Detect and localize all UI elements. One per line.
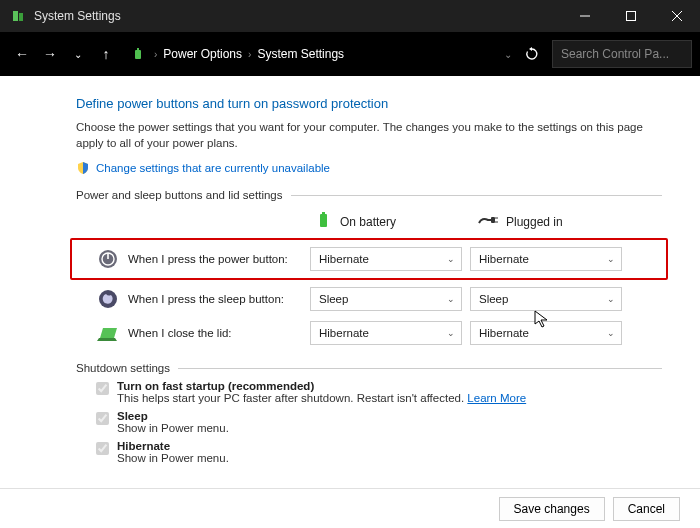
chevron-right-icon: › xyxy=(154,49,157,60)
up-button[interactable]: ↑ xyxy=(92,40,120,68)
window-title: System Settings xyxy=(34,9,562,23)
breadcrumb[interactable]: › Power Options › System Settings ⌄ xyxy=(130,45,512,63)
svg-rect-1 xyxy=(19,13,23,21)
fast-startup-checkbox xyxy=(96,382,109,395)
breadcrumb-seg-1[interactable]: Power Options xyxy=(163,47,242,61)
maximize-button[interactable] xyxy=(608,0,654,32)
hibernate-checkbox xyxy=(96,442,109,455)
power-button-plugged-select[interactable]: Hibernate⌄ xyxy=(470,247,622,271)
sleep-button-battery-select[interactable]: Sleep⌄ xyxy=(310,287,462,311)
chevron-down-icon: ⌄ xyxy=(447,328,455,338)
battery-icon xyxy=(316,211,332,232)
app-icon xyxy=(10,8,26,24)
chevron-down-icon: ⌄ xyxy=(447,254,455,264)
page-description: Choose the power settings that you want … xyxy=(76,119,662,151)
svg-rect-10 xyxy=(491,217,495,223)
sleep-button-icon xyxy=(96,289,120,309)
row-power-button: When I press the power button: Hibernate… xyxy=(70,238,668,280)
lid-battery-select[interactable]: Hibernate⌄ xyxy=(310,321,462,345)
titlebar: System Settings xyxy=(0,0,700,32)
row-sleep-button: When I press the sleep button: Sleep⌄ Sl… xyxy=(76,284,662,314)
recent-dropdown[interactable]: ⌄ xyxy=(64,40,92,68)
chevron-down-icon: ⌄ xyxy=(607,294,615,304)
change-settings-link[interactable]: Change settings that are currently unava… xyxy=(96,162,330,174)
page-heading: Define power buttons and turn on passwor… xyxy=(76,96,662,111)
sleep-checkbox xyxy=(96,412,109,425)
chevron-down-icon[interactable]: ⌄ xyxy=(504,49,512,60)
forward-button[interactable]: → xyxy=(36,40,64,68)
refresh-button[interactable] xyxy=(518,40,546,68)
shield-icon xyxy=(76,161,90,175)
svg-rect-0 xyxy=(13,11,18,21)
toolbar: ← → ⌄ ↑ › Power Options › System Setting… xyxy=(0,32,700,76)
minimize-button[interactable] xyxy=(562,0,608,32)
power-button-battery-select[interactable]: Hibernate⌄ xyxy=(310,247,462,271)
lid-icon xyxy=(96,323,120,343)
learn-more-link[interactable]: Learn More xyxy=(467,392,526,404)
col-battery: On battery xyxy=(316,211,476,232)
battery-icon xyxy=(130,45,148,63)
sleep-item: Sleep Show in Power menu. xyxy=(96,410,662,434)
svg-rect-6 xyxy=(135,50,141,59)
hibernate-item: Hibernate Show in Power menu. xyxy=(96,440,662,464)
search-input[interactable]: Search Control Pa... xyxy=(552,40,692,68)
sleep-button-plugged-select[interactable]: Sleep⌄ xyxy=(470,287,622,311)
footer: Save changes Cancel xyxy=(0,488,700,528)
svg-rect-8 xyxy=(320,214,327,227)
breadcrumb-seg-2[interactable]: System Settings xyxy=(257,47,344,61)
col-plugged: Plugged in xyxy=(476,211,636,232)
chevron-right-icon: › xyxy=(248,49,251,60)
svg-rect-3 xyxy=(627,12,636,21)
chevron-down-icon: ⌄ xyxy=(447,294,455,304)
svg-rect-7 xyxy=(137,48,139,50)
cancel-button[interactable]: Cancel xyxy=(613,497,680,521)
fast-startup-item: Turn on fast startup (recommended) This … xyxy=(96,380,662,404)
chevron-down-icon: ⌄ xyxy=(607,328,615,338)
save-button[interactable]: Save changes xyxy=(499,497,605,521)
close-button[interactable] xyxy=(654,0,700,32)
svg-rect-9 xyxy=(322,212,325,214)
plug-icon xyxy=(476,213,498,230)
power-button-icon xyxy=(96,249,120,269)
section-shutdown-label: Shutdown settings xyxy=(76,362,662,374)
section-power-label: Power and sleep buttons and lid settings xyxy=(76,189,662,201)
row-close-lid: When I close the lid: Hibernate⌄ Hiberna… xyxy=(76,318,662,348)
lid-plugged-select[interactable]: Hibernate⌄ xyxy=(470,321,622,345)
chevron-down-icon: ⌄ xyxy=(607,254,615,264)
content-pane: Define power buttons and turn on passwor… xyxy=(0,76,700,488)
back-button[interactable]: ← xyxy=(8,40,36,68)
